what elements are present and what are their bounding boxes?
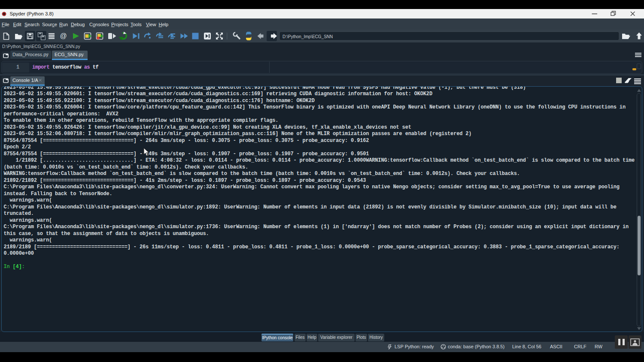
svg-text:@: @ xyxy=(60,32,67,39)
